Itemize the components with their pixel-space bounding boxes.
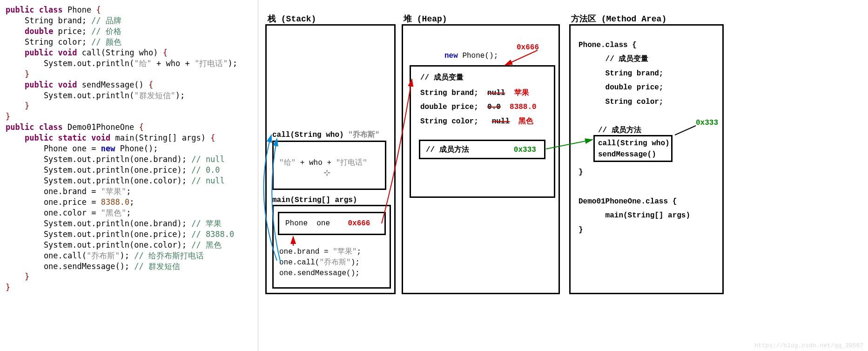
heap-fields: String brand; null 苹果 double price; 0.0 … bbox=[420, 86, 537, 128]
method-area-title: 方法区 (Method Area) bbox=[571, 13, 666, 24]
ma-close1: } bbox=[579, 167, 583, 178]
main-frame-label: main(String[] args) bbox=[272, 195, 357, 206]
main-var: Phone one 0x666 bbox=[285, 218, 370, 229]
ma-addr: 0x333 bbox=[696, 117, 718, 128]
ma-methods: call(String who) sendMessage() bbox=[598, 138, 670, 160]
stack-title: 栈 (Stack) bbox=[268, 13, 316, 24]
diagram-panel: 栈 (Stack) call(String who) "乔布斯" "给" + w… bbox=[258, 0, 868, 351]
heap-method: // 成员方法 0x333 bbox=[426, 144, 536, 155]
call-frame-label: call(String who) "乔布斯" bbox=[272, 129, 379, 141]
main-stmts: one.brand = "苹果"; one.call("乔布斯"); one.s… bbox=[279, 247, 361, 279]
call-body: "给" + who + "打电话" bbox=[279, 157, 367, 169]
ma-phone-class: Phone.class { // 成员变量 String brand; doub… bbox=[579, 38, 663, 109]
ma-mm-comment: // 成员方法 bbox=[598, 125, 641, 136]
heap-addr: 0x666 bbox=[517, 42, 539, 53]
heap-title: 堆 (Heap) bbox=[404, 13, 447, 24]
cursor-icon: ⊹ bbox=[323, 168, 330, 178]
heap-object-box bbox=[410, 65, 555, 198]
watermark: https://blog.csdn.net/qq_39567 bbox=[754, 342, 863, 349]
heap-mv-comment: // 成员变量 bbox=[420, 72, 464, 83]
heap-new: new Phone(); bbox=[444, 50, 498, 61]
code-panel: public class Phone { String brand; // 品牌… bbox=[0, 0, 258, 351]
ma-demo-class: Demo01PhoneOne.class { main(String[] arg… bbox=[579, 195, 690, 237]
